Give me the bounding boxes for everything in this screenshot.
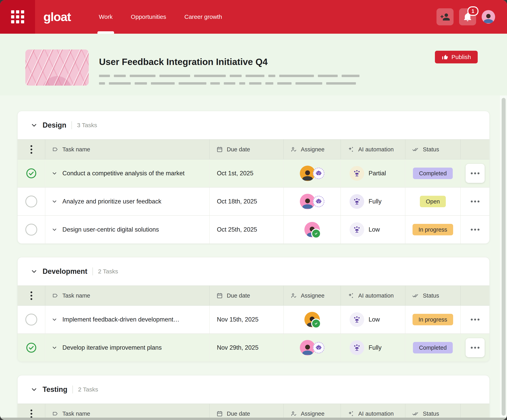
table-row[interactable]: Design user-centric digital solutions Oc… <box>18 215 489 243</box>
section-header[interactable]: Development 2 Tasks <box>18 257 489 285</box>
row-menu-button[interactable] <box>471 319 479 320</box>
task-complete-toggle[interactable] <box>25 224 37 235</box>
nav-item-career-growth[interactable]: Career growth <box>175 0 231 34</box>
assignee-avatar[interactable] <box>304 222 320 237</box>
automation-icon <box>350 312 364 327</box>
task-complete-toggle[interactable] <box>25 314 37 326</box>
ai-agent-badge[interactable] <box>313 342 324 353</box>
column-due-date[interactable]: Due date <box>210 140 284 159</box>
app-launcher-button[interactable] <box>0 0 35 34</box>
column-actions <box>461 286 489 305</box>
column-label: AI automation <box>358 146 394 153</box>
section-header[interactable]: Testing 2 Tasks <box>18 375 489 404</box>
status-badge[interactable]: In progress <box>413 224 453 235</box>
section-design: Design 3 Tasks Task name Due date Assign… <box>17 111 490 244</box>
task-name[interactable]: Analyze and prioritize user feedback <box>62 198 162 205</box>
ai-automation-cell[interactable]: Partial <box>341 159 405 187</box>
row-menu-button[interactable] <box>466 164 485 183</box>
gloat-logo[interactable]: gloat <box>43 11 71 23</box>
double-check-icon <box>412 292 419 299</box>
task-completed-icon[interactable] <box>26 342 37 353</box>
column-task-name[interactable]: Task name <box>45 140 210 159</box>
column-label: Due date <box>227 411 250 417</box>
user-avatar[interactable] <box>482 10 495 24</box>
ai-agent-badge[interactable] <box>313 168 324 179</box>
column-assignee[interactable]: Assignee <box>284 286 341 305</box>
status-badge[interactable]: Completed <box>413 168 452 179</box>
chevron-down-icon[interactable] <box>31 268 37 275</box>
column-label: Assignee <box>301 146 324 153</box>
task-complete-toggle[interactable] <box>25 196 37 207</box>
task-name[interactable]: Design user-centric digital solutions <box>62 226 159 233</box>
task-name[interactable]: Implement feedback-driven development… <box>62 316 179 323</box>
thumbs-up-icon <box>442 54 448 60</box>
section-header[interactable]: Design 3 Tasks <box>18 111 489 139</box>
column-assignee[interactable]: Assignee <box>284 140 341 159</box>
column-task-name[interactable]: Task name <box>45 286 210 305</box>
due-date: Nov 15th, 2025 <box>217 316 259 323</box>
nav-item-work[interactable]: Work <box>90 0 122 34</box>
assignee-group[interactable] <box>304 312 320 327</box>
due-date: Oct 25th, 2025 <box>217 226 257 233</box>
add-person-button[interactable] <box>437 8 454 25</box>
assignee-group[interactable] <box>300 194 324 209</box>
verified-badge <box>311 229 320 237</box>
task-completed-icon[interactable] <box>26 168 37 179</box>
horizontal-scrollbar-track[interactable] <box>0 418 507 420</box>
section-title: Development <box>42 267 87 276</box>
table-row[interactable]: Develop iterative improvement plans Nov … <box>18 334 489 362</box>
tag-icon <box>52 146 58 153</box>
column-status[interactable]: Status <box>405 286 461 305</box>
table-row[interactable]: Conduct a competitive analysis of the ma… <box>18 159 489 187</box>
status-badge[interactable]: Open <box>420 196 446 207</box>
notifications-button[interactable]: 1 <box>459 8 476 25</box>
publish-button[interactable]: Publish <box>435 51 478 63</box>
chevron-down-icon[interactable] <box>52 227 57 232</box>
row-menu-button[interactable] <box>471 200 479 202</box>
due-date: Oct 18th, 2025 <box>217 198 257 205</box>
verified-badge <box>311 319 320 327</box>
column-status[interactable]: Status <box>405 140 461 159</box>
chevron-down-icon[interactable] <box>52 317 57 322</box>
chevron-down-icon[interactable] <box>31 122 37 128</box>
column-options[interactable] <box>18 140 45 159</box>
chevron-down-icon[interactable] <box>31 386 37 393</box>
column-ai-automation[interactable]: AI automation <box>341 140 405 159</box>
column-due-date[interactable]: Due date <box>210 286 284 305</box>
assignee-group[interactable] <box>304 222 320 237</box>
column-options[interactable] <box>18 286 45 305</box>
row-menu-button[interactable] <box>471 229 479 231</box>
nav-item-opportunities[interactable]: Opportunities <box>122 0 175 34</box>
section-development: Development 2 Tasks Task name Due date A… <box>17 257 490 362</box>
robot-icon <box>315 198 322 205</box>
ai-automation-cell[interactable]: Fully <box>341 188 405 215</box>
assignee-avatar[interactable] <box>304 312 320 327</box>
ai-automation-cell[interactable]: Low <box>341 306 405 334</box>
column-label: AI automation <box>358 292 394 299</box>
chevron-down-icon[interactable] <box>52 199 57 204</box>
chevron-down-icon[interactable] <box>52 345 57 350</box>
column-ai-automation[interactable]: AI automation <box>341 286 405 305</box>
section-testing: Testing 2 Tasks Task name Due date Assig… <box>17 375 490 420</box>
table-row[interactable]: Implement feedback-driven development… N… <box>18 306 489 334</box>
grid-icon <box>11 10 24 23</box>
vertical-scrollbar-thumb[interactable] <box>502 98 506 416</box>
chevron-down-icon[interactable] <box>52 171 57 176</box>
status-badge[interactable]: Completed <box>413 342 452 353</box>
task-name[interactable]: Conduct a competitive analysis of the ma… <box>62 170 185 177</box>
task-name[interactable]: Develop iterative improvement plans <box>62 344 162 351</box>
assignee-group[interactable] <box>300 340 324 356</box>
table-row[interactable]: Analyze and prioritize user feedback Oct… <box>18 187 489 215</box>
person-check-icon <box>290 292 297 299</box>
ai-automation-cell[interactable]: Fully <box>341 334 405 362</box>
automation-icon <box>350 166 364 181</box>
status-badge[interactable]: In progress <box>413 314 453 325</box>
row-menu-button[interactable] <box>466 338 485 357</box>
column-label: Task name <box>62 411 90 417</box>
topbar-actions: 1 <box>437 8 495 25</box>
column-label: Due date <box>227 146 250 153</box>
ai-automation-cell[interactable]: Low <box>341 216 405 243</box>
ai-agent-badge[interactable] <box>313 196 324 207</box>
assignee-group[interactable] <box>300 166 324 181</box>
automation-icon <box>350 194 364 209</box>
